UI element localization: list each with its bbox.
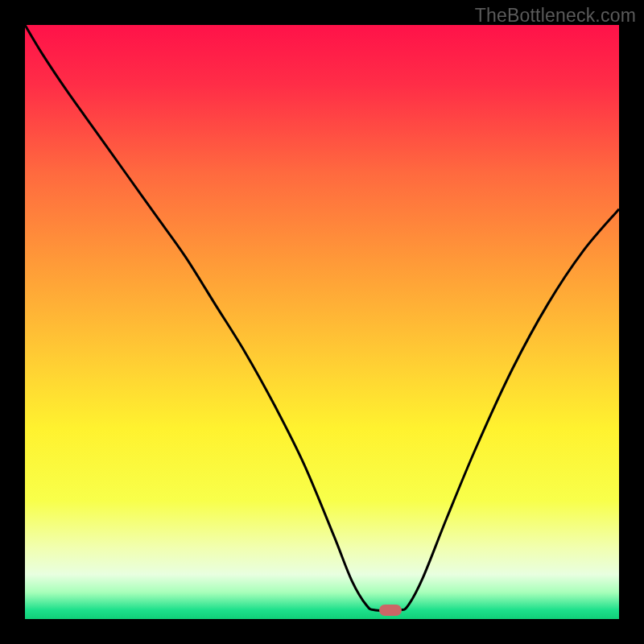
optimal-marker	[379, 605, 402, 616]
chart-curve	[25, 25, 619, 611]
chart-curve-layer	[25, 25, 619, 619]
plot-area	[25, 25, 619, 619]
watermark-text: TheBottleneck.com	[475, 5, 636, 27]
